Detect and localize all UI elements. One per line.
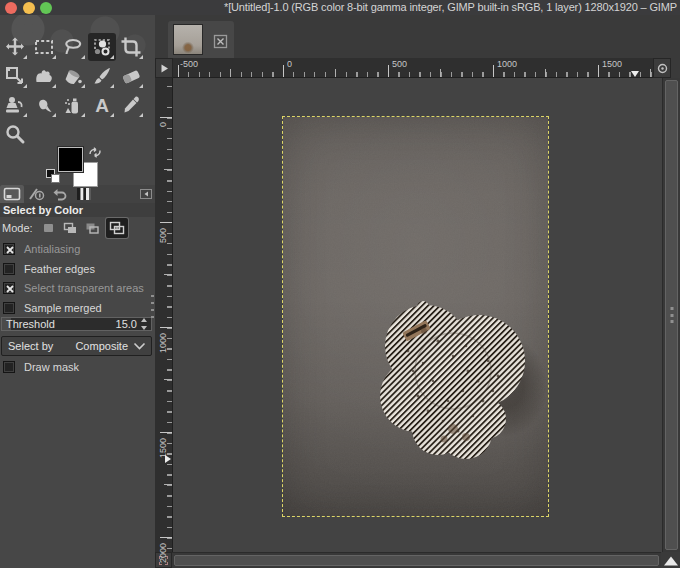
tool-group-arrow [81, 113, 85, 117]
horizontal-scrollbar[interactable] [172, 552, 661, 568]
h-ruler-label: 1500 [602, 59, 622, 69]
select-by-value: Composite [75, 340, 133, 352]
select-by-color-tool[interactable] [88, 33, 116, 61]
swap-colors-icon[interactable] [88, 145, 102, 163]
dock-tab-menu-button[interactable] [138, 185, 153, 203]
minimize-window-button[interactable] [23, 2, 35, 14]
default-colors-icon[interactable] [46, 169, 60, 183]
airbrush-tool[interactable] [59, 91, 87, 119]
panel-resize-grip[interactable] [151, 295, 154, 321]
select-by-dropdown[interactable]: Select by Composite [1, 336, 152, 356]
spin-down-icon[interactable] [141, 326, 147, 330]
dock-tab-bar [0, 185, 155, 203]
draw-mask-checkbox[interactable] [3, 361, 15, 373]
antialiasing-checkbox-row[interactable]: Antialiasing [3, 242, 80, 255]
tool-group-arrow [110, 113, 114, 117]
h-ruler-label: 0 [287, 59, 292, 69]
select-transparent-checkbox-row[interactable]: Select transparent areas [3, 281, 144, 294]
tool-group-arrow [110, 55, 114, 59]
horizontal-ruler[interactable]: -500 0 500 1000 1500 [173, 58, 653, 78]
horizontal-scrollbar-thumb[interactable] [174, 555, 659, 566]
tab-device-status[interactable] [24, 185, 48, 203]
text-tool[interactable]: A [88, 91, 116, 119]
tab-undo-history[interactable] [48, 185, 72, 203]
tool-group-arrow [139, 84, 143, 88]
foreground-color-swatch[interactable] [58, 147, 83, 172]
tool-options-title: Select by Color [0, 203, 155, 217]
tool-group-arrow [81, 84, 85, 88]
mode-add-button[interactable] [62, 220, 79, 236]
resize-grip-icon [664, 556, 678, 565]
mode-subtract-button[interactable] [84, 220, 101, 236]
sample-merged-checkbox[interactable] [3, 302, 15, 314]
eraser-tool[interactable] [117, 62, 145, 90]
mode-label: Mode: [2, 222, 33, 234]
canvas-viewport[interactable] [173, 78, 662, 552]
tool-group-arrow [52, 84, 56, 88]
tool-group-arrow [139, 55, 143, 59]
feather-edges-checkbox-row[interactable]: Feather edges [3, 262, 95, 275]
draw-mask-label: Draw mask [24, 361, 79, 373]
feather-edges-checkbox[interactable] [3, 263, 15, 275]
traffic-lights [5, 2, 52, 14]
bottom-right-corner [661, 552, 680, 568]
tool-group-arrow [23, 113, 27, 117]
bottom-bar [155, 552, 680, 568]
close-window-button[interactable] [5, 2, 17, 14]
zoom-follow-window-button[interactable] [653, 58, 671, 78]
canvas-area: -500 0 500 1000 1500 0 500 1000 1500 200… [155, 15, 680, 568]
scrollbar-grip-dots [670, 307, 673, 324]
vertical-scrollbar[interactable] [662, 78, 680, 552]
bucket-fill-tool[interactable] [59, 62, 87, 90]
color-picker-tool[interactable] [117, 91, 145, 119]
mode-replace-button[interactable] [40, 220, 57, 236]
horizontal-ruler-row: -500 0 500 1000 1500 [155, 58, 680, 78]
mode-intersect-button[interactable] [106, 218, 128, 238]
rectangle-select-tool[interactable] [30, 33, 58, 61]
tool-group-arrow [52, 113, 56, 117]
vertical-ruler[interactable]: 0 500 1000 1500 2000 [155, 78, 173, 552]
antialiasing-checkbox[interactable] [3, 243, 15, 255]
threshold-slider[interactable]: Threshold 15.0 [1, 317, 152, 331]
svg-text:A: A [95, 95, 109, 116]
spin-up-icon[interactable] [141, 318, 147, 322]
h-ruler-label: 500 [392, 59, 407, 69]
threshold-spinner[interactable] [140, 318, 149, 330]
transform-tool[interactable] [1, 62, 29, 90]
image-tab-thumbnail [173, 24, 203, 55]
warp-tool[interactable] [30, 62, 58, 90]
draw-mask-checkbox-row[interactable]: Draw mask [3, 360, 79, 373]
paintbrush-tool[interactable] [88, 62, 116, 90]
tab-brushes[interactable] [72, 185, 96, 203]
move-tool[interactable] [1, 33, 29, 61]
tab-tool-options[interactable] [0, 185, 24, 203]
select-by-label: Select by [2, 340, 75, 352]
image-tab[interactable] [168, 21, 234, 58]
clone-tool[interactable] [1, 91, 29, 119]
chevron-down-icon [133, 342, 146, 350]
v-ruler-label: 500 [158, 228, 168, 243]
tool-group-arrow [23, 55, 27, 59]
close-image-button[interactable] [212, 33, 228, 49]
feather-edges-label: Feather edges [24, 263, 95, 275]
v-ruler-label: 1000 [158, 333, 168, 353]
layer-boundary [282, 116, 549, 517]
image-tab-bar [155, 15, 680, 58]
sample-merged-checkbox-row[interactable]: Sample merged [3, 301, 102, 314]
smudge-tool[interactable] [30, 91, 58, 119]
ruler-gap [671, 58, 680, 78]
sample-merged-label: Sample merged [24, 302, 102, 314]
select-transparent-checkbox[interactable] [3, 282, 15, 294]
zoom-window-button[interactable] [40, 2, 52, 14]
canvas-menu-button[interactable] [155, 58, 173, 78]
v-ruler-label: 0 [158, 122, 168, 127]
select-transparent-label: Select transparent areas [24, 282, 144, 294]
window-title: *[Untitled]-1.0 (RGB color 8-bit gamma i… [224, 1, 677, 13]
vertical-scrollbar-thumb[interactable] [665, 80, 678, 550]
mode-row: Mode: [2, 218, 128, 238]
free-select-tool[interactable] [59, 33, 87, 61]
h-ruler-label: 1000 [497, 59, 517, 69]
crop-tool[interactable] [117, 33, 145, 61]
zoom-tool[interactable] [1, 120, 29, 148]
tool-group-arrow [110, 84, 114, 88]
